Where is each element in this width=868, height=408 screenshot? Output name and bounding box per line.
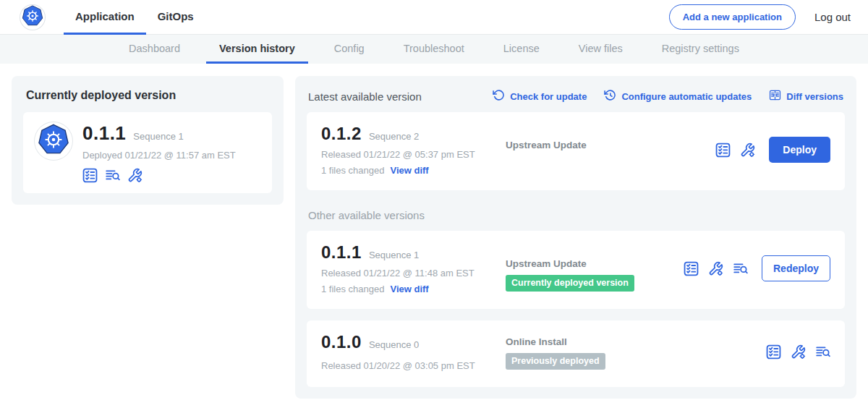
checklist-icon[interactable]	[684, 261, 699, 276]
tab-gitops-label: GitOps	[158, 10, 194, 22]
check-for-update-label: Check for update	[510, 91, 587, 102]
previously-deployed-badge: Previously deployed	[506, 353, 605, 370]
currently-deployed-panel: Currently deployed version 0.1.1 Sequenc…	[12, 76, 284, 205]
latest-available-title: Latest available version	[308, 90, 422, 103]
sequence-label: Sequence 2	[369, 131, 419, 142]
subnav-tab-config[interactable]: Config	[321, 35, 378, 64]
subnav-tab-troubleshoot[interactable]: Troubleshoot	[391, 35, 477, 64]
configure-automatic-updates-link[interactable]: Configure automatic updates	[604, 89, 752, 103]
checklist-icon[interactable]	[82, 168, 98, 183]
released-timestamp: Released 01/20/22 @ 03:05 pm EST	[321, 360, 506, 371]
version-source-label: Upstream Update	[506, 140, 715, 150]
version-number: 0.1.2	[321, 124, 362, 144]
sequence-label: Sequence 0	[369, 339, 419, 350]
released-timestamp: Released 01/21/22 @ 05:37 pm EST	[321, 149, 506, 160]
diff-icon	[769, 89, 781, 103]
subnav-tab-registry-settings[interactable]: Registry settings	[649, 35, 752, 64]
released-timestamp: Released 01/21/22 @ 11:48 am EST	[321, 268, 506, 279]
version-row-0-1-0: 0.1.0 Sequence 0 Released 01/20/22 @ 03:…	[307, 320, 845, 387]
app-avatar	[35, 122, 72, 160]
diff-versions-label: Diff versions	[786, 91, 843, 102]
other-versions-title: Other available versions	[308, 209, 843, 221]
kubernetes-logo-icon	[22, 5, 43, 30]
main-content: Currently deployed version 0.1.1 Sequenc…	[0, 64, 868, 399]
currently-deployed-badge: Currently deployed version	[506, 275, 634, 292]
subnav-tab-version-history[interactable]: Version history	[206, 35, 308, 64]
version-source-label: Upstream Update	[506, 258, 684, 269]
deployed-timestamp: Deployed 01/21/22 @ 11:57 am EST	[82, 150, 236, 161]
tab-application[interactable]: Application	[64, 0, 146, 35]
redeploy-button[interactable]: Redeploy	[762, 255, 830, 281]
wrench-gear-icon[interactable]	[708, 261, 723, 276]
version-number: 0.1.1	[321, 242, 362, 263]
deployed-version-number: 0.1.1	[82, 122, 126, 145]
app-logo	[20, 5, 45, 30]
configure-automatic-updates-label: Configure automatic updates	[621, 91, 752, 102]
currently-deployed-title: Currently deployed version	[26, 89, 272, 102]
wrench-gear-icon[interactable]	[740, 143, 755, 158]
logs-search-icon[interactable]	[733, 261, 748, 276]
top-header: Application GitOps Add a new application…	[0, 0, 868, 35]
deployed-version-card: 0.1.1 Sequence 1 Deployed 01/21/22 @ 11:…	[23, 112, 272, 193]
kubernetes-logo-icon	[38, 124, 69, 158]
subnav-tab-view-files[interactable]: View files	[566, 35, 636, 64]
checklist-icon[interactable]	[766, 344, 781, 360]
files-changed-label: 1 files changed	[321, 284, 384, 294]
auto-update-icon	[604, 89, 616, 103]
version-number: 0.1.0	[321, 332, 362, 352]
view-diff-link[interactable]: View diff	[390, 284, 428, 294]
version-row-0-1-2: 0.1.2 Sequence 2 Released 01/21/22 @ 05:…	[307, 112, 845, 190]
version-history-panel: Latest available version Check for updat…	[295, 76, 856, 399]
checklist-icon[interactable]	[715, 143, 731, 158]
logs-search-icon[interactable]	[105, 168, 120, 183]
logs-search-icon[interactable]	[815, 344, 830, 360]
sequence-label: Sequence 1	[369, 250, 419, 260]
tab-application-label: Application	[75, 10, 135, 22]
version-row-0-1-1: 0.1.1 Sequence 1 Released 01/21/22 @ 11:…	[307, 231, 845, 309]
deploy-button[interactable]: Deploy	[769, 137, 830, 163]
subnav-tab-license[interactable]: License	[490, 35, 553, 64]
tab-gitops[interactable]: GitOps	[146, 0, 205, 35]
diff-versions-link[interactable]: Diff versions	[769, 89, 843, 103]
logout-button[interactable]: Log out	[814, 11, 851, 23]
subnav-tab-dashboard[interactable]: Dashboard	[116, 35, 193, 64]
wrench-gear-icon[interactable]	[127, 168, 142, 183]
view-diff-link[interactable]: View diff	[390, 165, 428, 176]
files-changed-label: 1 files changed	[321, 165, 384, 176]
deployed-sequence-label: Sequence 1	[133, 131, 183, 142]
add-application-button[interactable]: Add a new application	[669, 4, 796, 30]
check-for-update-link[interactable]: Check for update	[493, 89, 587, 103]
version-source-label: Online Install	[506, 336, 766, 347]
app-subnav: Dashboard Version history Config Trouble…	[0, 35, 868, 64]
refresh-icon	[493, 89, 505, 103]
wrench-gear-icon[interactable]	[791, 344, 806, 360]
